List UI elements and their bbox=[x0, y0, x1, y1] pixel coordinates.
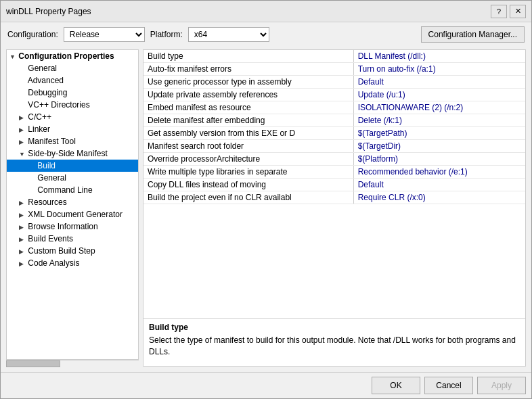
property-value-1: Turn on auto-fix (/a:1) bbox=[353, 63, 525, 76]
tree-label-build: Build bbox=[35, 161, 56, 170]
property-name-2: Use generic processor type in assembly bbox=[143, 76, 353, 89]
tree-item-general[interactable]: General bbox=[7, 62, 138, 74]
property-row-5[interactable]: Delete manifest after embeddingDelete (/… bbox=[143, 114, 525, 127]
tree-label-advanced: Advanced bbox=[26, 76, 64, 85]
tree-item-debugging[interactable]: Debugging bbox=[7, 87, 138, 99]
tree-label-linker: Linker bbox=[26, 124, 50, 134]
dialog-window: winDLL Property Pages ? ✕ Configuration:… bbox=[0, 0, 532, 399]
tree-label-build-events: Build Events bbox=[26, 234, 73, 243]
property-row-7[interactable]: Manifest search root folder$(TargetDir) bbox=[143, 140, 525, 153]
tree-item-config-props[interactable]: ▼ Configuration Properties bbox=[7, 50, 138, 62]
main-content: ▼ Configuration Properties General Advan… bbox=[1, 47, 531, 372]
property-name-4: Embed manifest as resource bbox=[143, 101, 353, 114]
tree-label-general: General bbox=[26, 64, 57, 73]
config-row: Configuration: Release Platform: x64 Con… bbox=[1, 22, 531, 47]
properties-table: Build typeDLL Manifest (/dll:)Auto-fix m… bbox=[143, 50, 525, 319]
property-row-9[interactable]: Write multiple type libraries in separat… bbox=[143, 166, 525, 179]
property-name-5: Delete manifest after embedding bbox=[143, 114, 353, 127]
tree-item-browse-info[interactable]: ▶ Browse Information bbox=[7, 220, 138, 233]
tree-item-build[interactable]: Build bbox=[7, 160, 138, 172]
dialog-title: winDLL Property Pages bbox=[6, 7, 91, 16]
description-text: Select the type of manifest to build for… bbox=[149, 335, 520, 358]
tree-label-xml-doc: XML Document Generator bbox=[26, 210, 123, 219]
ok-button[interactable]: OK bbox=[372, 377, 420, 394]
tree-arrow-side-by-side: ▼ bbox=[19, 151, 26, 158]
property-name-9: Write multiple type libraries in separat… bbox=[143, 166, 353, 179]
property-value-3: Update (/u:1) bbox=[353, 89, 525, 101]
tree-item-linker[interactable]: ▶ Linker bbox=[7, 123, 138, 135]
tree-item-xml-doc[interactable]: ▶ XML Document Generator bbox=[7, 208, 138, 220]
property-value-7: $(TargetDir) bbox=[353, 140, 525, 153]
close-button[interactable]: ✕ bbox=[510, 5, 526, 18]
configuration-select[interactable]: Release bbox=[64, 27, 145, 42]
property-row-10[interactable]: Copy DLL files instead of movingDefault bbox=[143, 179, 525, 191]
tree-label-code-analysis: Code Analysis bbox=[26, 258, 79, 268]
configuration-manager-button[interactable]: Configuration Manager... bbox=[421, 26, 525, 43]
property-value-8: $(Platform) bbox=[353, 153, 525, 166]
description-title: Build type bbox=[149, 323, 520, 332]
tree-label-debugging: Debugging bbox=[26, 88, 67, 97]
property-value-6: $(TargetPath) bbox=[353, 127, 525, 140]
scroll-thumb[interactable] bbox=[6, 360, 60, 367]
platform-label: Platform: bbox=[150, 30, 183, 39]
left-panel-wrapper: ▼ Configuration Properties General Advan… bbox=[6, 49, 139, 367]
property-value-10: Default bbox=[353, 179, 525, 191]
tree-item-general2[interactable]: General bbox=[7, 172, 138, 184]
tree-label-browse-info: Browse Information bbox=[26, 222, 98, 231]
tree-label-general2: General bbox=[35, 173, 66, 183]
tree-arrow-code-analysis: ▶ bbox=[19, 260, 26, 267]
property-row-4[interactable]: Embed manifest as resourceISOLATIONAWARE… bbox=[143, 101, 525, 114]
tree-arrow-config-props: ▼ bbox=[9, 53, 16, 60]
tree-label-side-by-side: Side-by-Side Manifest bbox=[26, 149, 108, 158]
property-name-7: Manifest search root folder bbox=[143, 140, 353, 153]
tree-label-command-line: Command Line bbox=[35, 185, 93, 195]
left-scrollbar[interactable] bbox=[6, 360, 139, 367]
config-label: Configuration: bbox=[7, 30, 58, 39]
tree-arrow-resources: ▶ bbox=[19, 200, 26, 206]
tree-item-custom-build[interactable]: ▶ Custom Build Step bbox=[7, 245, 138, 257]
tree-label-custom-build: Custom Build Step bbox=[26, 246, 95, 256]
tree-item-code-analysis[interactable]: ▶ Code Analysis bbox=[7, 257, 138, 269]
bottom-buttons: OK Cancel Apply bbox=[1, 372, 531, 398]
tree-item-vc-dirs[interactable]: VC++ Directories bbox=[7, 99, 138, 111]
tree-panel: ▼ Configuration Properties General Advan… bbox=[6, 49, 139, 360]
property-row-0[interactable]: Build typeDLL Manifest (/dll:) bbox=[143, 50, 525, 63]
tree-arrow-custom-build: ▶ bbox=[19, 248, 26, 255]
tree-item-cpp[interactable]: ▶ C/C++ bbox=[7, 111, 138, 123]
description-panel: Build type Select the type of manifest t… bbox=[143, 319, 525, 366]
tree-arrow-manifest-tool: ▶ bbox=[19, 139, 26, 145]
tree-item-resources[interactable]: ▶ Resources bbox=[7, 196, 138, 208]
platform-select[interactable]: x64 bbox=[188, 27, 269, 42]
tree-arrow-build-events: ▶ bbox=[19, 236, 26, 243]
properties-grid: Build typeDLL Manifest (/dll:)Auto-fix m… bbox=[143, 50, 525, 204]
tree-label-config-props: Configuration Properties bbox=[16, 51, 114, 61]
property-row-2[interactable]: Use generic processor type in assemblyDe… bbox=[143, 76, 525, 89]
property-value-5: Delete (/k:1) bbox=[353, 114, 525, 127]
property-name-6: Get assembly version from this EXE or D bbox=[143, 127, 353, 140]
property-row-3[interactable]: Update private assembly referencesUpdate… bbox=[143, 89, 525, 101]
title-bar: winDLL Property Pages ? ✕ bbox=[1, 1, 531, 22]
tree-item-side-by-side[interactable]: ▼ Side-by-Side Manifest bbox=[7, 147, 138, 160]
property-row-6[interactable]: Get assembly version from this EXE or D$… bbox=[143, 127, 525, 140]
apply-button[interactable]: Apply bbox=[477, 377, 526, 394]
right-panel: Build typeDLL Manifest (/dll:)Auto-fix m… bbox=[143, 49, 526, 367]
tree-label-resources: Resources bbox=[26, 197, 67, 207]
tree-arrow-browse-info: ▶ bbox=[19, 224, 26, 231]
property-value-9: Recommended behavior (/e:1) bbox=[353, 166, 525, 179]
property-row-8[interactable]: Override processorArchitecture$(Platform… bbox=[143, 153, 525, 166]
tree-arrow-linker: ▶ bbox=[19, 126, 26, 133]
tree-item-command-line[interactable]: Command Line bbox=[7, 184, 138, 196]
property-row-1[interactable]: Auto-fix manifest errorsTurn on auto-fix… bbox=[143, 63, 525, 76]
tree-item-manifest-tool[interactable]: ▶ Manifest Tool bbox=[7, 135, 138, 147]
help-button[interactable]: ? bbox=[491, 5, 507, 18]
property-value-11: Require CLR (/x:0) bbox=[353, 191, 525, 204]
cancel-button[interactable]: Cancel bbox=[424, 377, 473, 394]
property-value-0: DLL Manifest (/dll:) bbox=[353, 50, 525, 63]
property-name-8: Override processorArchitecture bbox=[143, 153, 353, 166]
tree-item-advanced[interactable]: Advanced bbox=[7, 74, 138, 87]
property-value-4: ISOLATIONAWARE (2) (/n:2) bbox=[353, 101, 525, 114]
property-name-1: Auto-fix manifest errors bbox=[143, 63, 353, 76]
title-bar-buttons: ? ✕ bbox=[491, 5, 526, 18]
property-row-11[interactable]: Build the project even if no CLR availab… bbox=[143, 191, 525, 204]
tree-item-build-events[interactable]: ▶ Build Events bbox=[7, 233, 138, 245]
